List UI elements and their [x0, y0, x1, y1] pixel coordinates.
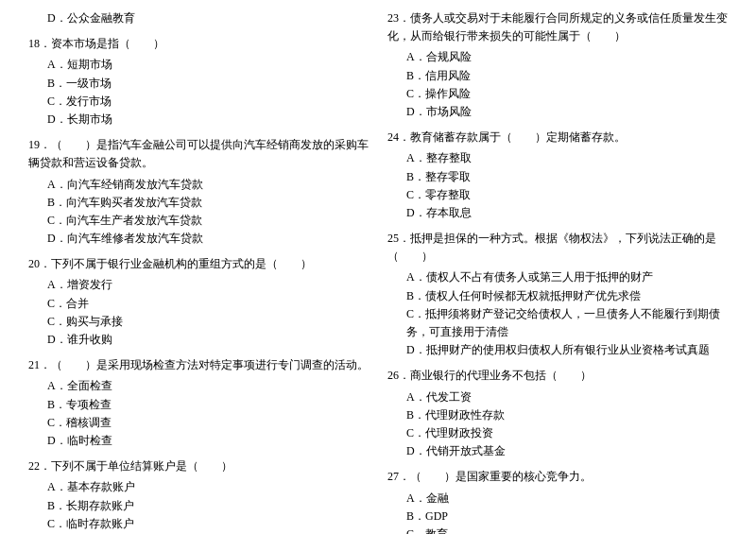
q23-option-c: C．操作风险: [387, 85, 728, 103]
q18-option-c: C．发行市场: [28, 93, 369, 111]
q26-option-c: C．代理财政投资: [387, 424, 728, 442]
q21-option-d: D．临时检查: [28, 432, 369, 450]
question-d-top: D．公众金融教育: [28, 9, 369, 27]
option-d-top: D．公众金融教育: [28, 9, 369, 27]
q22-option-a: A．基本存款账户: [28, 478, 369, 496]
q19-option-a: A．向汽车经销商发放汽车贷款: [28, 176, 369, 194]
q24-option-a: A．整存整取: [387, 149, 728, 167]
q27-option-a: A．金融: [387, 490, 728, 508]
q18-option-a: A．短期市场: [28, 56, 369, 74]
q25-option-b: B．债权人任何时候都无权就抵押财产优先求偿: [387, 287, 728, 305]
question-26: 26．商业银行的代理业务不包括（ ） A．代发工资 B．代理财政性存款 C．代理…: [387, 367, 728, 460]
question-20-title: 20．下列不属于银行业金融机构的重组方式的是（ ）: [28, 255, 369, 273]
question-19-title: 19．（ ）是指汽车金融公司可以提供向汽车经销商发放的采购车辆贷款和营运设备贷款…: [28, 136, 369, 172]
question-23-title: 23．债务人或交易对于未能履行合同所规定的义务或信任质量发生变化，从而给银行带来…: [387, 9, 728, 45]
question-27-title: 27．（ ）是国家重要的核心竞争力。: [387, 468, 728, 486]
q21-option-a: A．全面检查: [28, 377, 369, 395]
q19-option-d: D．向汽车维修者发放汽车贷款: [28, 230, 369, 248]
q22-option-b: B．长期存款账户: [28, 497, 369, 515]
question-23: 23．债务人或交易对于未能履行合同所规定的义务或信任质量发生变化，从而给银行带来…: [387, 9, 728, 121]
question-25: 25．抵押是担保的一种方式。根据《物权法》，下列说法正确的是（ ） A．债权人不…: [387, 230, 728, 359]
question-18: 18．资本市场是指（ ） A．短期市场 B．一级市场 C．发行市场 D．长期市场: [28, 35, 369, 129]
left-column: D．公众金融教育 18．资本市场是指（ ） A．短期市场 B．一级市场 C．发行…: [28, 9, 369, 534]
q26-option-a: A．代发工资: [387, 388, 728, 406]
q20-option-d: D．谁升收购: [28, 331, 369, 349]
question-22: 22．下列不属于单位结算账户是（ ） A．基本存款账户 B．长期存款账户 C．临…: [28, 457, 369, 534]
question-21-title: 21．（ ）是采用现场检查方法对特定事项进行专门调查的活动。: [28, 356, 369, 374]
q24-option-d: D．存本取息: [387, 204, 728, 222]
question-19: 19．（ ）是指汽车金融公司可以提供向汽车经销商发放的采购车辆贷款和营运设备贷款…: [28, 136, 369, 248]
question-27: 27．（ ）是国家重要的核心竞争力。 A．金融 B．GDP C．教育 D．文化: [387, 468, 728, 534]
q23-option-b: B．信用风险: [387, 67, 728, 85]
q20-option-a: A．增资发行: [28, 276, 369, 294]
q20-option-b: C．合并: [28, 295, 369, 313]
question-22-title: 22．下列不属于单位结算账户是（ ）: [28, 457, 369, 475]
q19-option-c: C．向汽车生产者发放汽车贷款: [28, 212, 369, 230]
question-25-title: 25．抵押是担保的一种方式。根据《物权法》，下列说法正确的是（ ）: [387, 230, 728, 266]
right-column: 23．债务人或交易对于未能履行合同所规定的义务或信任质量发生变化，从而给银行带来…: [387, 9, 728, 534]
question-24: 24．教育储蓄存款属于（ ）定期储蓄存款。 A．整存整取 B．整存零取 C．零存…: [387, 129, 728, 222]
q23-option-a: A．合规风险: [387, 48, 728, 66]
question-24-title: 24．教育储蓄存款属于（ ）定期储蓄存款。: [387, 129, 728, 146]
q24-option-b: B．整存零取: [387, 168, 728, 186]
question-20: 20．下列不属于银行业金融机构的重组方式的是（ ） A．增资发行 C．合并 C．…: [28, 255, 369, 349]
q27-option-b: B．GDP: [387, 508, 728, 525]
q25-option-c: C．抵押须将财产登记交给债权人，一旦债务人不能履行到期债务，可直接用于清偿: [387, 305, 728, 341]
q26-option-d: D．代销开放式基金: [387, 442, 728, 460]
question-21: 21．（ ）是采用现场检查方法对特定事项进行专门调查的活动。 A．全面检查 B．…: [28, 356, 369, 450]
q26-option-b: B．代理财政性存款: [387, 406, 728, 424]
q27-option-c: C．教育: [387, 525, 728, 534]
q25-option-d: D．抵押财产的使用权归债权人所有银行业从业资格考试真题: [387, 341, 728, 359]
q22-option-c: C．临时存款账户: [28, 515, 369, 533]
q18-option-d: D．长期市场: [28, 111, 369, 129]
q23-option-d: D．市场风险: [387, 103, 728, 121]
q21-option-b: B．专项检查: [28, 396, 369, 414]
q21-option-c: C．稽核调查: [28, 414, 369, 432]
question-26-title: 26．商业银行的代理业务不包括（ ）: [387, 367, 728, 385]
question-18-title: 18．资本市场是指（ ）: [28, 35, 369, 53]
q24-option-c: C．零存整取: [387, 186, 728, 204]
q25-option-a: A．债权人不占有债务人或第三人用于抵押的财产: [387, 268, 728, 286]
q18-option-b: B．一级市场: [28, 75, 369, 93]
q20-option-c: C．购买与承接: [28, 313, 369, 331]
q19-option-b: B．向汽车购买者发放汽车贷款: [28, 194, 369, 212]
